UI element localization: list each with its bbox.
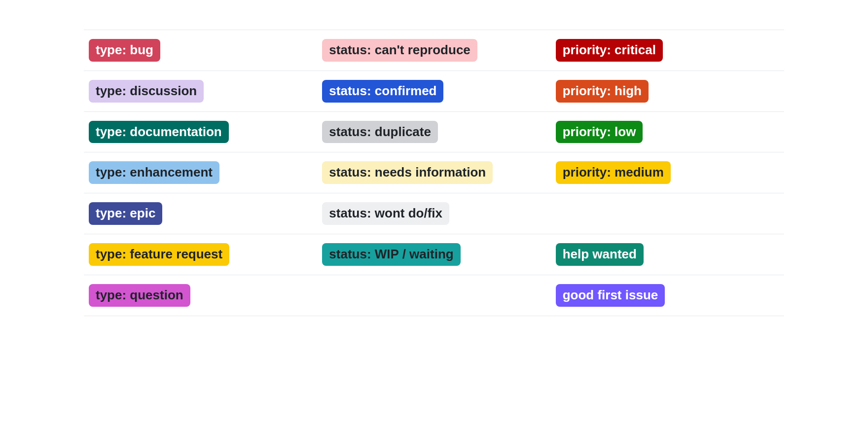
table-row: type: epic status: wont do/fix	[84, 193, 784, 234]
table-row: type: discussion status: confirmed prior…	[84, 71, 784, 111]
table-cell: type: documentation	[84, 111, 317, 152]
table-cell	[317, 275, 550, 316]
table-cell: type: discussion	[84, 71, 317, 111]
label-badge[interactable]: priority: low	[556, 121, 643, 144]
label-badge[interactable]: status: can't reproduce	[322, 39, 477, 62]
table-row: type: documentation status: duplicate pr…	[84, 111, 784, 152]
table-cell: priority: low	[551, 111, 784, 152]
table-cell: status: duplicate	[317, 111, 550, 152]
label-badge[interactable]: status: needs information	[322, 161, 493, 184]
table-row: type: question good first issue	[84, 275, 784, 316]
label-badge[interactable]: type: feature request	[89, 243, 229, 266]
label-badge[interactable]: type: bug	[89, 39, 160, 62]
label-badge[interactable]: priority: medium	[556, 161, 671, 184]
table-row: type: feature request status: WIP / wait…	[84, 234, 784, 275]
table-cell: priority: high	[551, 71, 784, 111]
table-cell: type: question	[84, 275, 317, 316]
table-row: type: enhancement status: needs informat…	[84, 152, 784, 193]
table-cell: type: enhancement	[84, 152, 317, 193]
table-cell: status: WIP / waiting	[317, 234, 550, 275]
table-cell: help wanted	[551, 234, 784, 275]
label-badge[interactable]: status: wont do/fix	[322, 202, 449, 225]
label-badge[interactable]: type: enhancement	[89, 161, 219, 184]
table-row: type: bug status: can't reproduce priori…	[84, 30, 784, 71]
label-badge[interactable]: type: documentation	[89, 121, 229, 144]
label-badge[interactable]: type: question	[89, 284, 190, 307]
label-badge[interactable]: priority: critical	[556, 39, 663, 62]
table-cell: priority: medium	[551, 152, 784, 193]
table-cell: type: feature request	[84, 234, 317, 275]
labels-tbody: type: bug status: can't reproduce priori…	[84, 30, 784, 316]
labels-table: type: bug status: can't reproduce priori…	[84, 30, 784, 316]
table-cell: status: confirmed	[317, 71, 550, 111]
label-badge[interactable]: status: WIP / waiting	[322, 243, 460, 266]
table-cell: good first issue	[551, 275, 784, 316]
label-badge[interactable]: status: confirmed	[322, 80, 443, 103]
label-badge[interactable]: type: discussion	[89, 80, 204, 103]
label-badge[interactable]: priority: high	[556, 80, 649, 103]
table-cell: type: bug	[84, 30, 317, 71]
label-badge[interactable]: type: epic	[89, 202, 162, 225]
table-cell: status: can't reproduce	[317, 30, 550, 71]
table-cell: priority: critical	[551, 30, 784, 71]
table-cell: type: epic	[84, 193, 317, 234]
label-badge[interactable]: good first issue	[556, 284, 665, 307]
table-cell	[551, 193, 784, 234]
label-badge[interactable]: status: duplicate	[322, 121, 438, 144]
label-badge[interactable]: help wanted	[556, 243, 644, 266]
table-cell: status: wont do/fix	[317, 193, 550, 234]
table-cell: status: needs information	[317, 152, 550, 193]
